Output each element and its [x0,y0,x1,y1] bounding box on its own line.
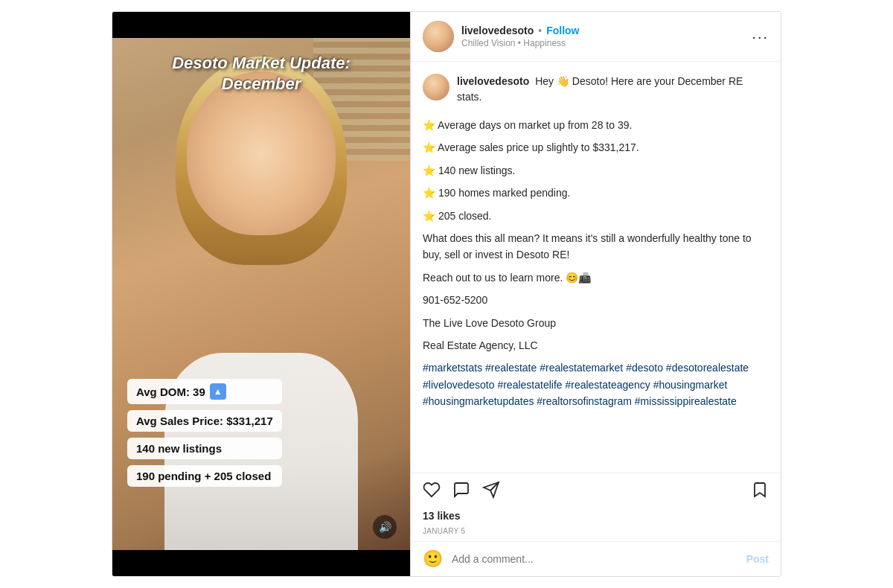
video-stats-overlay: Avg DOM: 39 ▲ Avg Sales Price: $331,217 … [127,379,282,487]
stat-badge-pending-closed: 190 pending + 205 closed [127,465,282,487]
comment-button[interactable] [452,481,470,499]
avatar[interactable] [423,21,454,52]
caption-stat2: ⭐ Average sales price up slightly to $33… [423,139,769,156]
sound-icon: 🔊 [379,521,391,533]
actions-bar [411,473,781,506]
caption-username[interactable]: livelovedesoto [457,75,529,87]
follow-button[interactable]: Follow [546,25,579,36]
caption-header: livelovedesoto Hey 👋 Desoto! Here are yo… [423,74,769,105]
stat-price-text: Avg Sales Price: $331,217 [136,415,273,427]
caption-meaning: What does this all mean? It means it's s… [423,230,769,263]
post-container: Desoto Market Update: December Avg DOM: … [112,11,781,577]
black-bar-bottom [112,550,410,576]
comment-input-area: 🙂 Post [411,541,781,576]
comment-icon [452,481,470,499]
likes-count[interactable]: 13 likes [423,510,461,522]
username-row: livelovedesoto • Follow [461,25,744,36]
up-arrow-icon: ▲ [210,383,226,400]
stat-badge-listings: 140 new listings [127,438,282,459]
content-panel: livelovedesoto • Follow Chilled Vision •… [410,12,781,576]
stat-dom-text: Avg DOM: 39 [136,386,205,398]
post-header: livelovedesoto • Follow Chilled Vision •… [411,12,781,62]
caption-avatar[interactable] [423,74,449,100]
caption-stat1: ⭐ Average days on market up from 28 to 3… [423,117,769,133]
heart-icon [423,481,441,499]
like-button[interactable] [423,481,441,499]
video-title: Desoto Market Update: December [157,53,365,94]
dot-separator: • [538,25,542,36]
action-icons-left [423,481,500,499]
stat-badge-price: Avg Sales Price: $331,217 [127,410,282,432]
stat-listings-text: 140 new listings [136,442,222,455]
video-title-overlay: Desoto Market Update: December [157,53,365,94]
black-bar-top [112,12,410,38]
caption-reach-out: Reach out to us to learn more. 😊📠 [423,269,769,286]
caption-stat3: ⭐ 140 new listings. [423,162,769,179]
post-date: JANUARY 5 [411,525,781,541]
caption-area: livelovedesoto Hey 👋 Desoto! Here are yo… [411,62,781,473]
emoji-button[interactable]: 🙂 [423,549,443,569]
comment-input[interactable] [452,553,737,565]
post-comment-button[interactable]: Post [746,553,769,565]
stat-badge-dom: Avg DOM: 39 ▲ [127,379,282,404]
caption-body: ⭐ Average days on market up from 28 to 3… [423,117,769,409]
bookmark-icon [751,481,769,499]
paper-plane-icon [482,481,500,499]
caption-company2: Real Estate Agency, LLC [423,337,769,354]
header-info: livelovedesoto • Follow Chilled Vision •… [461,25,744,48]
bookmark-button[interactable] [751,481,769,499]
caption-phone: 901-652-5200 [423,292,769,308]
media-panel: Desoto Market Update: December Avg DOM: … [112,12,410,576]
caption-company1: The Live Love Desoto Group [423,315,769,331]
person-face [187,71,336,235]
stat-pending-text: 190 pending + 205 closed [136,470,271,482]
caption-text: livelovedesoto Hey 👋 Desoto! Here are yo… [457,74,769,105]
caption-hashtags[interactable]: #marketstats #realestate #realestatemark… [423,359,769,409]
caption-stat5: ⭐ 205 closed. [423,208,769,224]
more-options-button[interactable]: ··· [752,29,769,44]
sound-button[interactable]: 🔊 [373,515,397,539]
caption-stat4: ⭐ 190 homes marked pending. [423,185,769,201]
avatar-image [423,21,454,52]
share-button[interactable] [482,481,500,499]
location-text: Chilled Vision • Happiness [461,38,744,48]
likes-area: 13 likes [411,506,781,525]
username[interactable]: livelovedesoto [461,25,534,36]
media-background [112,12,410,576]
